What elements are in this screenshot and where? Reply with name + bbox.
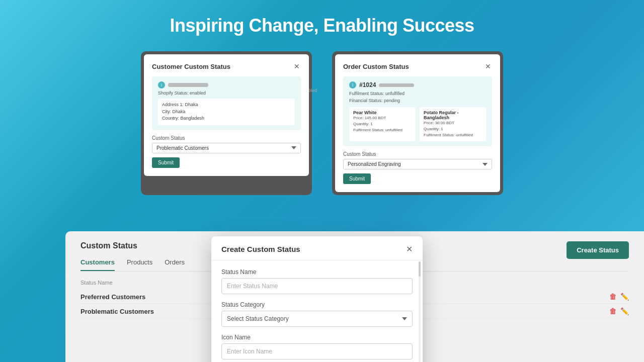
order-id: #1024 [359, 81, 376, 88]
delete-icon-1[interactable]: 🗑 [609, 293, 616, 301]
order-modal-title: Order Custom Status [343, 63, 409, 70]
tab-products[interactable]: Products [127, 258, 152, 271]
icon-name-input[interactable] [221, 343, 413, 359]
products-row: Pear White Price: 145.00 BDT Quantity: 1… [349, 107, 486, 141]
order-modal-inner: Order Custom Status ✕ i #1024 Fulfilment… [335, 54, 500, 192]
customer-modal-title: Customer Custom Status [152, 63, 230, 70]
hero-title: Inspiring Change, Enabling Success [0, 15, 644, 36]
product1-qty: Quantity: 1 [353, 121, 412, 127]
create-modal-body: Status Name Status Category Select Statu… [211, 260, 423, 362]
create-modal-close-icon[interactable]: ✕ [406, 244, 413, 254]
order-submit-button[interactable]: Submit [343, 173, 371, 184]
address-line1: Address 1: Dhaka [162, 102, 291, 109]
row1-actions: 🗑 ✏️ [609, 293, 629, 301]
product2-fulfillment: Fulfilment Status: unfulfilled [424, 132, 482, 138]
product1-fulfillment: Fulfilment Status: unfulfilled [353, 127, 412, 133]
customer-status-dropdown[interactable]: Problematic Customers [152, 143, 301, 153]
order-status-dropdown[interactable]: Personalized Engraving [343, 159, 492, 169]
order-custom-status-label: Custom Status [343, 151, 492, 157]
product1-name: Pear White [353, 110, 412, 115]
tab-orders[interactable]: Orders [165, 258, 185, 271]
edit-icon-2[interactable]: ✏️ [620, 307, 629, 315]
customer-submit-button[interactable]: Submit [152, 157, 180, 168]
icon-name-label: Icon Name [221, 334, 413, 341]
product2-box: Potato Regular - Bangladesh Price: 30.00… [420, 107, 486, 141]
customer-modal-titlebar: Customer Custom Status ✕ [152, 62, 301, 70]
status-category-label: Status Category [221, 301, 413, 308]
icon-name-group: Icon Name Use icon from Shopify Polaris … [221, 334, 413, 362]
address-country: Country: Bangladesh [162, 115, 291, 122]
status-name-label: Status Name [221, 268, 413, 276]
shopify-status-text: Shopify Status: enabled [158, 90, 295, 96]
row-preferred-customers: Preferred Customers [80, 293, 145, 301]
order-header: i #1024 [349, 81, 486, 88]
product2-qty: Quantity: 1 [424, 126, 482, 132]
order-info-box: i #1024 Fulfilment Status: unfulfilled F… [343, 76, 492, 146]
customer-custom-status-label: Custom Status [152, 135, 301, 141]
status-name-input[interactable] [221, 278, 413, 294]
scrollbar-thumb [419, 261, 421, 277]
customer-modal-card: Customer Custom Status ✕ i Shopify Statu… [141, 51, 312, 195]
create-modal-title: Create Custom Status [221, 245, 300, 253]
row2-actions: 🗑 ✏️ [609, 307, 629, 315]
address-city: City: Dhaka [162, 109, 291, 116]
product2-price: Price: 30.00 BDT [424, 120, 482, 126]
product2-name: Potato Regular - Bangladesh [424, 110, 482, 120]
edit-icon-1[interactable]: ✏️ [620, 293, 629, 301]
address-box: Address 1: Dhaka City: Dhaka Country: Ba… [158, 99, 295, 125]
status-name-group: Status Name [221, 268, 413, 294]
order-modal-card: Order Custom Status ✕ i #1024 Fulfilment… [332, 51, 503, 195]
order-financial-status: Financial Status: pending [349, 98, 486, 105]
cards-row: Customer Custom Status ✕ i Shopify Statu… [0, 51, 644, 195]
customer-name-blur [168, 83, 208, 87]
customer-info-box: i Shopify Status: enabled Address 1: Dha… [152, 76, 301, 130]
order-modal-close-icon[interactable]: ✕ [484, 62, 492, 70]
order-modal-titlebar: Order Custom Status ✕ [343, 62, 492, 70]
product1-box: Pear White Price: 145.00 BDT Quantity: 1… [349, 107, 416, 141]
status-category-select[interactable]: Select Status Category [221, 311, 413, 327]
order-fulfillment-status: Fulfilment Status: unfulfilled [349, 90, 486, 98]
create-custom-status-modal: Create Custom Status ✕ Status Name Statu… [211, 236, 423, 362]
order-info-icon: i [349, 81, 356, 88]
customer-modal-inner: Customer Custom Status ✕ i Shopify Statu… [144, 54, 309, 176]
tab-customers[interactable]: Customers [80, 258, 115, 271]
hero-section: Inspiring Change, Enabling Success [0, 0, 644, 46]
status-category-group: Status Category Select Status Category [221, 301, 413, 327]
create-modal-header: Create Custom Status ✕ [211, 236, 423, 260]
customer-info-header: i [158, 81, 295, 88]
create-status-button[interactable]: Create Status [567, 241, 629, 259]
modal-scrollbar[interactable] [419, 261, 421, 362]
order-id-blur [379, 83, 414, 87]
product1-price: Price: 145.00 BDT [353, 115, 412, 121]
customer-info-icon: i [158, 81, 165, 88]
row-problematic-customers: Problematic Customers [80, 308, 154, 315]
delete-icon-2[interactable]: 🗑 [609, 307, 616, 315]
customer-modal-close-icon[interactable]: ✕ [293, 62, 301, 70]
